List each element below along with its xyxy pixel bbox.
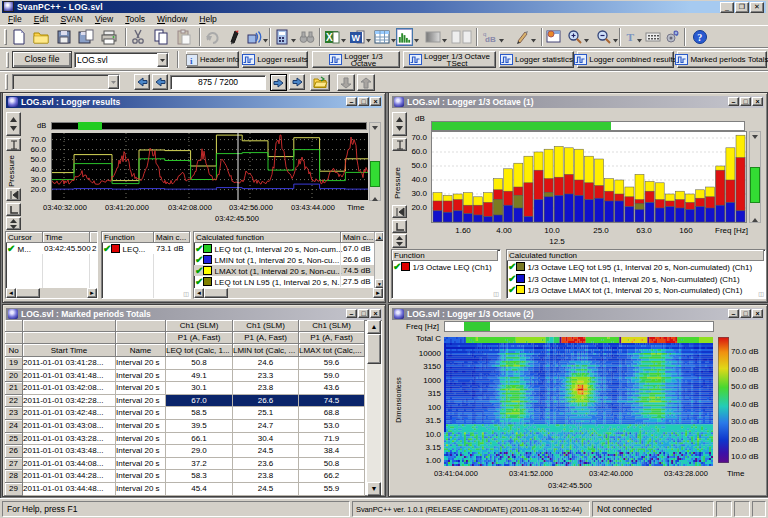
svg-text:?: ?	[697, 32, 702, 43]
svg-text:W: W	[351, 33, 360, 43]
svg-text:T: T	[626, 31, 634, 43]
svg-text:X: X	[326, 32, 333, 43]
svg-text:dB: dB	[485, 35, 496, 44]
